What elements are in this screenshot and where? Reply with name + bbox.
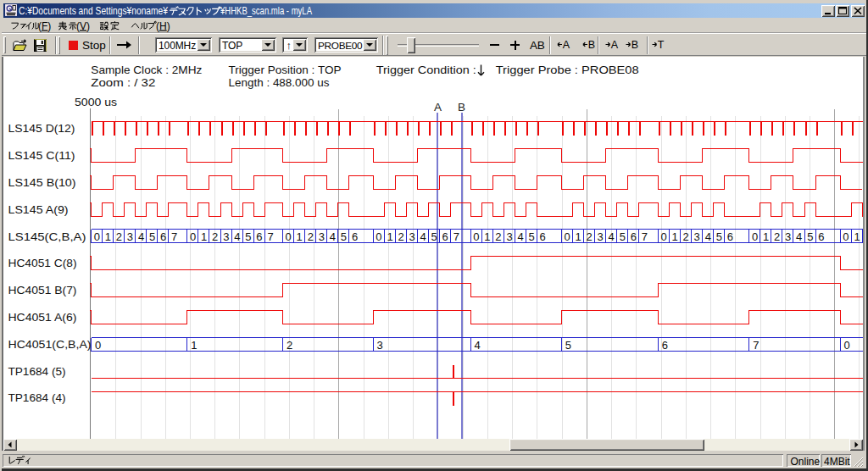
svg-text:T: T xyxy=(658,40,665,51)
svg-text:2: 2 xyxy=(683,230,689,243)
svg-text:4: 4 xyxy=(234,230,240,243)
svg-text:2: 2 xyxy=(587,230,593,243)
svg-text:A: A xyxy=(563,40,570,51)
svg-text:3: 3 xyxy=(223,230,229,243)
svg-text:Length : 488.000 us: Length : 488.000 us xyxy=(229,76,330,89)
svg-text:0: 0 xyxy=(844,339,850,352)
svg-text:1: 1 xyxy=(105,230,111,243)
svg-text:LS145 D(12): LS145 D(12) xyxy=(8,122,75,135)
svg-text:6: 6 xyxy=(160,230,166,243)
svg-text:Trigger Position : TOP: Trigger Position : TOP xyxy=(229,64,342,76)
svg-text:1: 1 xyxy=(763,230,769,243)
svg-text:5: 5 xyxy=(341,230,347,243)
svg-text:HC4051 B(7): HC4051 B(7) xyxy=(8,284,77,296)
svg-text:3: 3 xyxy=(506,230,512,243)
svg-text:6: 6 xyxy=(352,230,358,243)
svg-text:5: 5 xyxy=(529,230,535,243)
svg-text:5: 5 xyxy=(716,230,722,243)
svg-text:3: 3 xyxy=(694,230,700,243)
svg-text:LS145 B(10): LS145 B(10) xyxy=(8,176,76,189)
svg-text:0: 0 xyxy=(661,230,667,243)
svg-text:TP1684 (4): TP1684 (4) xyxy=(8,391,66,404)
svg-text:7: 7 xyxy=(753,339,759,352)
svg-text:3: 3 xyxy=(127,230,133,243)
svg-text:4: 4 xyxy=(420,230,426,243)
svg-text:6: 6 xyxy=(818,230,824,243)
svg-text:3: 3 xyxy=(319,230,325,243)
svg-text:2: 2 xyxy=(774,230,780,243)
svg-text:B: B xyxy=(632,40,638,51)
svg-text:4: 4 xyxy=(609,230,615,243)
svg-text:0: 0 xyxy=(286,230,292,243)
svg-text:1: 1 xyxy=(387,230,392,243)
svg-text:2: 2 xyxy=(212,230,218,243)
svg-text:A: A xyxy=(611,40,619,51)
svg-text:(H): (H) xyxy=(156,20,170,32)
svg-text:B: B xyxy=(588,40,595,51)
svg-text:C:¥Documents and Settings¥nona: C:¥Documents and Settings¥noname¥ xyxy=(19,5,168,17)
svg-text:0: 0 xyxy=(94,230,100,243)
svg-text:5: 5 xyxy=(149,230,155,243)
svg-text:4: 4 xyxy=(796,230,802,243)
svg-text:2: 2 xyxy=(495,230,501,243)
svg-text:0: 0 xyxy=(95,339,101,352)
svg-text:0: 0 xyxy=(564,230,570,243)
svg-text:1: 1 xyxy=(854,230,860,243)
svg-text:1: 1 xyxy=(576,230,581,243)
svg-text:Trigger Probe : PROBE08: Trigger Probe : PROBE08 xyxy=(496,64,639,76)
svg-text:7: 7 xyxy=(171,230,177,243)
svg-text:7: 7 xyxy=(642,230,648,243)
svg-text:7: 7 xyxy=(267,230,273,243)
svg-text:Sample Clock : 2MHz: Sample Clock : 2MHz xyxy=(91,64,202,76)
svg-text:HC4051 A(6): HC4051 A(6) xyxy=(8,311,77,324)
svg-text:B: B xyxy=(458,101,465,114)
svg-text:Zoom : / 32: Zoom : / 32 xyxy=(91,76,155,89)
svg-text:3: 3 xyxy=(377,339,383,352)
svg-text:4: 4 xyxy=(475,339,481,352)
svg-text:0: 0 xyxy=(190,230,196,243)
svg-text:3: 3 xyxy=(598,230,604,243)
svg-text:4: 4 xyxy=(138,230,144,243)
svg-text:5: 5 xyxy=(620,230,626,243)
svg-text:1: 1 xyxy=(201,230,207,243)
svg-text:1: 1 xyxy=(191,339,197,352)
svg-text:HC4051(C,B,A): HC4051(C,B,A) xyxy=(8,338,92,351)
svg-text:(V): (V) xyxy=(76,20,90,32)
svg-text:2: 2 xyxy=(287,339,292,352)
svg-text:6: 6 xyxy=(256,230,262,243)
svg-text:LS145 C(11): LS145 C(11) xyxy=(8,149,75,162)
svg-text:HC4051 C(8): HC4051 C(8) xyxy=(8,257,77,269)
svg-text:0: 0 xyxy=(843,230,849,243)
svg-text:2: 2 xyxy=(308,230,314,243)
svg-text:5: 5 xyxy=(245,230,251,243)
svg-text:5: 5 xyxy=(807,230,813,243)
svg-text:7: 7 xyxy=(453,230,459,243)
svg-text:5: 5 xyxy=(431,230,437,243)
svg-text:A: A xyxy=(434,101,442,114)
svg-text:1: 1 xyxy=(672,230,678,243)
svg-text:1: 1 xyxy=(484,230,490,243)
svg-text:LS145(C,B,A): LS145(C,B,A) xyxy=(8,230,86,243)
svg-text:3: 3 xyxy=(409,230,415,243)
svg-text:0: 0 xyxy=(473,230,479,243)
svg-text:5000 us: 5000 us xyxy=(75,96,117,108)
svg-text:6: 6 xyxy=(631,230,637,243)
svg-text:6: 6 xyxy=(662,339,668,352)
svg-text:3: 3 xyxy=(785,230,791,243)
svg-text:Trigger Condition :: Trigger Condition : xyxy=(376,64,476,76)
svg-text:4: 4 xyxy=(330,230,336,243)
svg-text:TP1684 (5): TP1684 (5) xyxy=(8,365,66,378)
svg-text:2: 2 xyxy=(116,230,122,243)
svg-text:4: 4 xyxy=(517,230,523,243)
svg-text:6: 6 xyxy=(442,230,448,243)
svg-text:6: 6 xyxy=(540,230,546,243)
svg-text:¥HHKB_scan.mla - myLA: ¥HHKB_scan.mla - myLA xyxy=(220,5,312,17)
svg-text:6: 6 xyxy=(727,230,733,243)
svg-text:1: 1 xyxy=(297,230,303,243)
svg-text:(F): (F) xyxy=(38,20,51,32)
svg-text:2: 2 xyxy=(398,230,403,243)
svg-text:0: 0 xyxy=(376,230,381,243)
svg-text:5: 5 xyxy=(565,339,571,352)
svg-text:4: 4 xyxy=(705,230,711,243)
svg-text:LS145 A(9): LS145 A(9) xyxy=(8,203,69,216)
